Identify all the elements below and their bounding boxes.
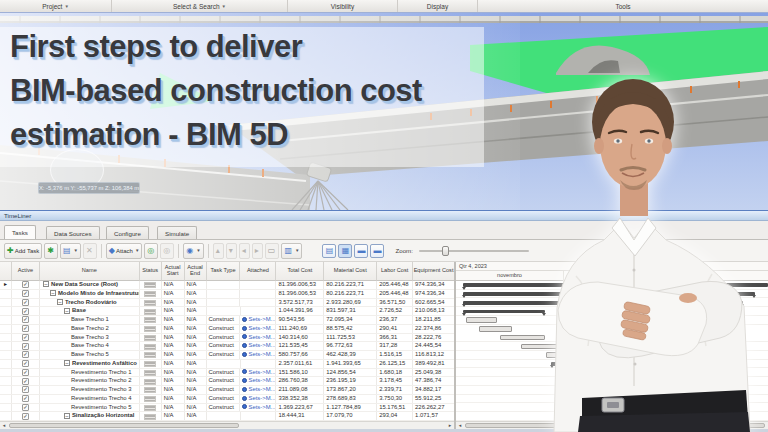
insert-task-button[interactable]: ✱ — [44, 243, 58, 259]
comment-button[interactable]: ▭ — [265, 243, 280, 259]
zoom-label: Zoom: — [395, 247, 413, 254]
table-row[interactable]: ✓Base Trecho 1N/AN/AConstructSets->M...9… — [0, 316, 454, 325]
add-task-button[interactable]: ✚Add Task — [4, 243, 42, 259]
ear-left — [594, 138, 604, 154]
tab-simulate[interactable]: Simulate — [157, 226, 197, 239]
find-attached-button[interactable]: ◎ — [144, 243, 158, 259]
menu-select-search[interactable]: Select & Search ▼ — [112, 0, 288, 12]
active-checkbox[interactable]: ✓ — [22, 281, 29, 288]
view-gantt-button[interactable]: ▦ — [338, 244, 352, 258]
menu-tools[interactable]: Tools — [478, 0, 768, 12]
delete-task-button[interactable]: ✕ — [83, 243, 97, 259]
view-bottom-button[interactable]: ▬ — [370, 244, 384, 258]
collapse-icon[interactable]: − — [57, 299, 63, 305]
auto-attach-button[interactable]: ◉▼ — [183, 243, 203, 259]
delete-task-icon: ✕ — [86, 247, 93, 255]
active-checkbox[interactable]: ✓ — [22, 378, 29, 385]
active-checkbox[interactable]: ✓ — [22, 386, 29, 393]
collapse-icon[interactable]: − — [43, 281, 49, 287]
active-checkbox[interactable]: ✓ — [22, 369, 29, 376]
active-checkbox[interactable]: ✓ — [22, 351, 29, 358]
col-actual-end[interactable]: Actual End — [185, 262, 207, 281]
app-window: Project ▼ Select & Search ▼ Visibility D… — [0, 0, 768, 432]
collapse-icon[interactable]: − — [50, 290, 56, 296]
status-icon — [144, 335, 156, 341]
move-up-button[interactable]: ▴ — [213, 243, 224, 259]
view-top-button[interactable]: ▬ — [354, 244, 368, 258]
menu-project[interactable]: Project ▼ — [0, 0, 112, 12]
table-row[interactable]: ✓Base Trecho 2N/AN/AConstructSets->M...1… — [0, 325, 454, 334]
col-attached[interactable]: Attached — [240, 262, 276, 281]
active-checkbox[interactable]: ✓ — [22, 360, 29, 367]
active-checkbox[interactable]: ✓ — [22, 290, 29, 297]
gantt-bar-summary[interactable] — [463, 310, 545, 314]
table-row[interactable]: ✓Base Trecho 4N/AN/AConstructSets->M...1… — [0, 342, 454, 351]
collapse-icon[interactable]: − — [64, 360, 70, 366]
menu-visibility[interactable]: Visibility — [288, 0, 398, 12]
title-line-1: First steps to deliver — [10, 25, 570, 69]
table-row[interactable]: ✓Revestimento Trecho 4N/AN/AConstructSet… — [0, 395, 454, 404]
coordinate-readout: X: -5,376 m Y: -55,737 m Z: 106,384 m — [38, 182, 140, 194]
find-attached-icon: ◎ — [147, 247, 154, 255]
table-row[interactable]: ✓Revestimento Trecho 2N/AN/AConstructSet… — [0, 377, 454, 386]
selection-set-icon — [242, 317, 247, 322]
tab-data-sources[interactable]: Data Sources — [46, 226, 100, 239]
active-checkbox[interactable]: ✓ — [22, 299, 29, 306]
scroll-right-icon[interactable]: ▸ — [446, 422, 454, 429]
collapse-icon[interactable]: − — [64, 413, 70, 419]
active-checkbox[interactable]: ✓ — [22, 404, 29, 411]
menu-display[interactable]: Display — [398, 0, 478, 12]
indent-left-button[interactable]: ◂ — [239, 243, 250, 259]
zoom-slider-handle[interactable] — [442, 246, 449, 256]
gantt-bar-task[interactable] — [479, 326, 512, 332]
active-checkbox[interactable]: ✓ — [22, 325, 29, 332]
tab-tasks[interactable]: Tasks — [4, 225, 36, 239]
active-checkbox[interactable]: ✓ — [22, 343, 29, 350]
table-row[interactable]: ✓−Modelo Misto de InfraestruturaN/AN/A81… — [0, 290, 454, 299]
table-row[interactable]: ✓Revestimento Trecho 5N/AN/AConstructSet… — [0, 404, 454, 413]
col-labor-cost[interactable]: Labor Cost — [377, 262, 413, 281]
view-tasks-button[interactable]: ▤ — [322, 244, 336, 258]
attach-button[interactable]: ◆Attach▼ — [106, 243, 143, 259]
col-material-cost[interactable]: Material Cost — [324, 262, 377, 281]
gantt-bar-task[interactable] — [466, 317, 497, 323]
table-row[interactable]: ✓−BaseN/AN/A1.044.391,96831.597,312.726,… — [0, 307, 454, 316]
scroll-left-icon[interactable]: ◂ — [0, 422, 8, 429]
columns-button[interactable]: ▥▼ — [281, 243, 302, 259]
col-status[interactable]: Status — [140, 262, 162, 281]
col-total-cost[interactable]: Total Cost — [276, 262, 324, 281]
table-row[interactable]: ✓Base Trecho 3N/AN/AConstructSets->M...1… — [0, 334, 454, 343]
status-icon — [144, 405, 156, 411]
add-task-dropdown-button[interactable]: ▤▼ — [60, 243, 81, 259]
indent-right-button[interactable]: ▸ — [252, 243, 263, 259]
table-horizontal-scrollbar[interactable]: ◂ ▸ — [0, 421, 454, 429]
scroll-left-icon[interactable]: ◂ — [456, 422, 464, 429]
col-actual-start[interactable]: Actual Start — [162, 262, 185, 281]
col-task-type[interactable]: Task Type — [207, 262, 241, 281]
zoom-slider[interactable] — [419, 245, 529, 257]
table-row[interactable]: ✓−Sinalização HorizontalN/AN/A18.444,311… — [0, 412, 454, 421]
selection-set-icon — [242, 352, 247, 357]
active-checkbox[interactable]: ✓ — [22, 413, 29, 420]
comment-icon: ▭ — [268, 247, 276, 255]
col-equipment-cost[interactable]: Equipment Cost — [413, 262, 454, 281]
presenter-photo — [536, 46, 768, 432]
tab-configure[interactable]: Configure — [106, 226, 149, 239]
active-checkbox[interactable]: ✓ — [22, 316, 29, 323]
active-checkbox[interactable]: ✓ — [22, 395, 29, 402]
table-scroll-thumb[interactable] — [9, 423, 239, 428]
collapse-icon[interactable]: − — [64, 308, 70, 314]
table-row[interactable]: ✓Base Trecho 5N/AN/AConstructSets->M...5… — [0, 351, 454, 360]
col-active[interactable]: Active — [12, 262, 40, 281]
table-row[interactable]: ✓−Trecho RodoviárioN/AN/A3.572.517,732.9… — [0, 299, 454, 308]
active-checkbox[interactable]: ✓ — [22, 334, 29, 341]
active-checkbox[interactable]: ✓ — [22, 308, 29, 315]
col-name[interactable]: Name — [40, 262, 140, 281]
table-row[interactable]: ✓Revestimento Trecho 3N/AN/AConstructSet… — [0, 386, 454, 395]
status-icon — [144, 317, 156, 323]
move-down-button[interactable]: ▾ — [226, 243, 237, 259]
clear-attach-button[interactable]: ◎ — [160, 243, 174, 259]
table-row[interactable]: ✓−Revestimento AsfálticoN/AN/A2.357.011,… — [0, 360, 454, 369]
table-row[interactable]: ▸✓−New Data Source (Root)N/AN/A81.396.00… — [0, 281, 454, 290]
table-row[interactable]: ✓Revestimento Trecho 1N/AN/AConstructSet… — [0, 369, 454, 378]
